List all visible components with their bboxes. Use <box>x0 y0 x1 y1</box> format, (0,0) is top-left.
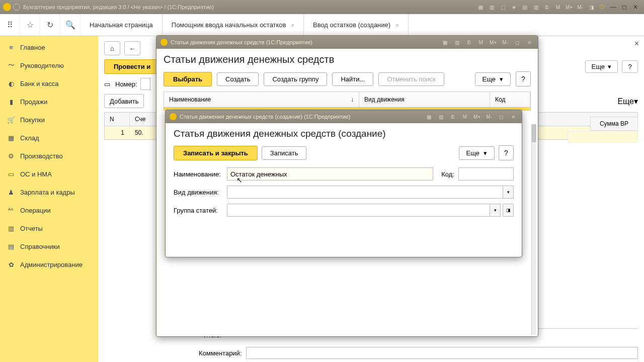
minimize-button[interactable]: — <box>609 3 618 11</box>
sidebar-item-main[interactable]: ≡Главное <box>0 38 98 56</box>
mplus-icon[interactable]: M+ <box>565 3 574 12</box>
sidebar-item-admin[interactable]: ✿Администрирование <box>0 255 98 274</box>
star-icon[interactable]: ☆ <box>20 14 40 36</box>
close-button[interactable]: ✕ <box>509 113 517 121</box>
panel-icon[interactable]: ◨ <box>587 3 596 12</box>
dropdown-icon[interactable]: ▾ <box>490 204 501 217</box>
ops-icon: ᴬᵏ <box>7 206 15 214</box>
cart-icon: 🛒 <box>7 116 15 124</box>
sidebar-item-reports[interactable]: ▥Отчеты <box>0 219 98 237</box>
tb-icon[interactable]: 🗓 <box>449 113 457 121</box>
tb-icon[interactable]: 🗓 <box>465 38 473 46</box>
close-icon[interactable]: × <box>291 22 294 28</box>
tb-icon[interactable]: ▥ <box>453 38 461 46</box>
create-button[interactable]: Создать <box>217 72 259 86</box>
tab-helper[interactable]: Помощник ввода начальных остатков× <box>163 14 304 36</box>
dialog-cashflow-create: Статья движения денежных средств (создан… <box>165 110 522 257</box>
tb-icon[interactable]: ⬚ <box>498 3 507 12</box>
nomer-label: Номер: <box>115 80 137 88</box>
sidebar-item-catalogs[interactable]: ▤Справочники <box>0 237 98 255</box>
dialog-titlebar[interactable]: Статьи движения денежных средств (1С:Пре… <box>156 36 538 49</box>
dialog-title: Статья движения денежных средств (создан… <box>180 114 350 120</box>
sidebar-item-manager[interactable]: 〜Руководителю <box>0 56 98 74</box>
tb-icon[interactable]: ▥ <box>437 113 445 121</box>
book-icon: ▤ <box>7 242 15 250</box>
coin-icon: ◐ <box>7 79 15 87</box>
column-header: Сумма ВР <box>590 117 638 131</box>
tb-icon[interactable]: ▦ <box>441 38 449 46</box>
comment-input[interactable] <box>246 347 638 359</box>
m-icon[interactable]: M <box>553 3 562 12</box>
sidebar-item-warehouse[interactable]: ▦Склад <box>0 129 98 147</box>
help-button[interactable]: ? <box>499 145 514 160</box>
close-icon[interactable]: × <box>634 39 639 48</box>
comment-label: Комментарий: <box>199 349 242 357</box>
m-icon[interactable]: M <box>477 38 485 46</box>
tb-icon[interactable]: 🗓 <box>542 3 551 12</box>
tb-icon[interactable]: ★ <box>509 3 518 12</box>
sidebar-item-hr[interactable]: ♟Зарплата и кадры <box>0 183 98 201</box>
m-icon[interactable]: M <box>461 113 469 121</box>
tb-icon[interactable]: ▦ <box>425 113 433 121</box>
close-button[interactable]: ✕ <box>525 38 533 46</box>
mminus-icon[interactable]: M- <box>485 113 493 121</box>
tb-icon[interactable]: ▥ <box>487 3 496 12</box>
add-button[interactable]: Добавить <box>104 94 144 108</box>
provesti-button[interactable]: Провести и <box>104 59 160 74</box>
esche-dropdown-2[interactable]: Еще▾ <box>617 97 638 106</box>
close-icon[interactable]: × <box>395 22 398 28</box>
tab-home[interactable]: Начальная страница <box>80 14 163 36</box>
help-icon[interactable]: ⓘ <box>598 3 607 12</box>
esche-dropdown[interactable]: Еще▾ <box>585 60 618 73</box>
help-button[interactable]: ? <box>622 60 638 73</box>
app-icon <box>170 113 177 120</box>
code-input[interactable] <box>458 167 514 180</box>
mplus-icon[interactable]: M+ <box>489 38 497 46</box>
more-dropdown[interactable]: Еще▾ <box>459 146 495 160</box>
dialog-header: Статья движения денежных средств (создан… <box>174 128 514 139</box>
maximize-button[interactable]: ◻ <box>513 38 521 46</box>
cancel-search-button[interactable]: Отменить поиск <box>378 72 444 86</box>
sort-icon[interactable]: ↓ <box>351 96 354 103</box>
tb-icon[interactable]: ▥ <box>531 3 540 12</box>
app-title: Бухгалтерия предприятия, редакция 3.0 / … <box>23 4 214 10</box>
help-button[interactable]: ? <box>516 71 531 86</box>
dropdown-icon[interactable]: ▾ <box>503 186 514 199</box>
sidebar-item-sales[interactable]: ▮Продажи <box>0 93 98 111</box>
scrollbar[interactable] <box>531 124 536 335</box>
select-button[interactable]: Выбрать <box>164 72 212 86</box>
create-group-button[interactable]: Создать группу <box>264 72 327 86</box>
more-dropdown[interactable]: Еще▾ <box>475 72 511 86</box>
open-icon[interactable]: ◨ <box>503 204 514 217</box>
save-button[interactable]: Записать <box>262 146 307 160</box>
tab-entry[interactable]: Ввод остатков (создание)× <box>304 14 409 36</box>
maximize-button[interactable]: ◻ <box>497 113 505 121</box>
tb-icon[interactable]: ▦ <box>476 3 485 12</box>
mminus-icon[interactable]: M- <box>576 3 585 12</box>
type-input[interactable] <box>227 186 503 199</box>
dialog-titlebar[interactable]: Статья движения денежных средств (создан… <box>166 110 522 123</box>
mminus-icon[interactable]: M- <box>501 38 509 46</box>
mplus-icon[interactable]: M+ <box>473 113 481 121</box>
history-icon[interactable]: ↻ <box>40 14 60 36</box>
apps-icon[interactable]: ⠿ <box>0 14 20 36</box>
sidebar-item-production[interactable]: ⚙Производство <box>0 147 98 165</box>
maximize-button[interactable]: ◻ <box>620 3 629 11</box>
find-button[interactable]: Найти... <box>332 72 373 86</box>
sidebar-item-operations[interactable]: ᴬᵏОперации <box>0 201 98 219</box>
app-icon-2 <box>13 4 20 11</box>
search-icon[interactable]: 🔍 <box>60 14 80 36</box>
home-button[interactable]: ⌂ <box>104 41 120 55</box>
close-button[interactable]: ✕ <box>631 3 640 11</box>
tb-icon[interactable]: ▤ <box>520 3 529 12</box>
sidebar-item-purchases[interactable]: 🛒Покупки <box>0 111 98 129</box>
back-button[interactable]: ← <box>124 41 140 55</box>
group-input[interactable] <box>227 204 490 217</box>
name-input[interactable] <box>227 167 433 180</box>
sidebar-item-assets[interactable]: ▭ОС и НМА <box>0 165 98 183</box>
nomer-input[interactable] <box>140 78 150 90</box>
menu-icon: ≡ <box>7 43 15 51</box>
save-close-button[interactable]: Записать и закрыть <box>174 146 258 160</box>
sidebar-item-bank[interactable]: ◐Банк и касса <box>0 74 98 93</box>
app-icon <box>3 3 11 11</box>
